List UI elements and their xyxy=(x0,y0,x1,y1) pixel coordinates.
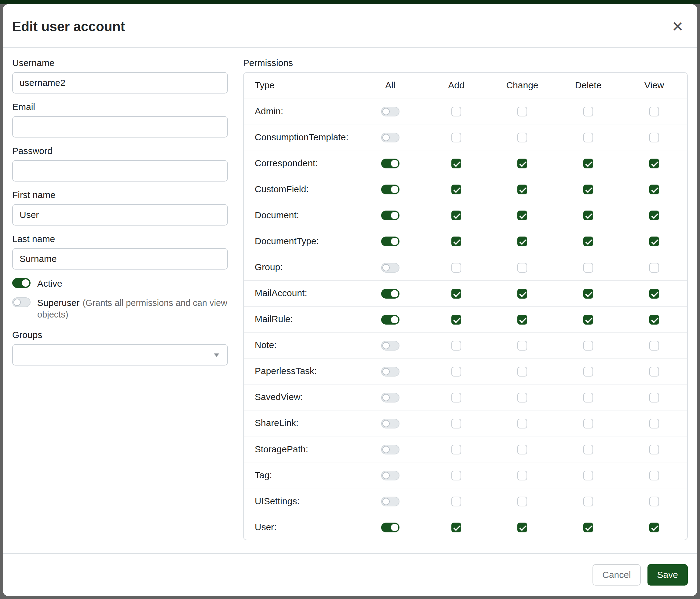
perm-checkbox-view[interactable] xyxy=(649,107,659,116)
perm-checkbox-view[interactable] xyxy=(649,211,659,220)
perm-checkbox-view[interactable] xyxy=(649,159,659,168)
perm-checkbox-delete[interactable] xyxy=(583,133,593,142)
perm-checkbox-view[interactable] xyxy=(649,263,659,272)
save-button[interactable]: Save xyxy=(648,564,688,585)
first-name-field[interactable] xyxy=(12,204,228,225)
perm-checkbox-view[interactable] xyxy=(649,367,659,377)
perm-checkbox-change[interactable] xyxy=(517,211,527,220)
perm-checkbox-change[interactable] xyxy=(517,263,527,272)
perm-checkbox-add[interactable] xyxy=(451,289,461,298)
perm-checkbox-view[interactable] xyxy=(649,289,659,298)
permission-type-label: Group: xyxy=(244,254,357,280)
perm-toggle-all[interactable] xyxy=(381,445,399,454)
perm-toggle-all[interactable] xyxy=(381,523,399,532)
perm-checkbox-add[interactable] xyxy=(451,445,461,454)
perm-checkbox-delete[interactable] xyxy=(583,419,593,429)
perm-checkbox-add[interactable] xyxy=(451,315,461,325)
perm-checkbox-delete[interactable] xyxy=(583,263,593,272)
perm-checkbox-view[interactable] xyxy=(649,237,659,246)
perm-toggle-all[interactable] xyxy=(381,315,399,325)
perm-checkbox-add[interactable] xyxy=(451,341,461,351)
perm-checkbox-delete[interactable] xyxy=(583,315,593,325)
perm-checkbox-delete[interactable] xyxy=(583,497,593,506)
perm-checkbox-view[interactable] xyxy=(649,497,659,506)
username-input[interactable] xyxy=(12,72,228,94)
perm-checkbox-change[interactable] xyxy=(517,237,527,246)
perm-checkbox-change[interactable] xyxy=(517,523,527,532)
perm-checkbox-change[interactable] xyxy=(517,445,527,454)
perm-checkbox-view[interactable] xyxy=(649,341,659,351)
perm-toggle-all[interactable] xyxy=(381,107,399,116)
perm-toggle-all[interactable] xyxy=(381,159,399,168)
perm-checkbox-add[interactable] xyxy=(451,393,461,403)
perm-checkbox-change[interactable] xyxy=(517,497,527,506)
perm-checkbox-delete[interactable] xyxy=(583,393,593,403)
perm-toggle-all[interactable] xyxy=(381,341,399,351)
perm-toggle-all[interactable] xyxy=(381,237,399,246)
perm-checkbox-delete[interactable] xyxy=(583,159,593,168)
perm-toggle-all[interactable] xyxy=(381,497,399,506)
perm-checkbox-view[interactable] xyxy=(649,393,659,403)
close-icon[interactable]: ✕ xyxy=(670,18,685,35)
perm-toggle-all[interactable] xyxy=(381,419,399,429)
switch-knob xyxy=(391,316,398,324)
perm-checkbox-change[interactable] xyxy=(517,107,527,116)
perm-checkbox-add[interactable] xyxy=(451,497,461,506)
email-field[interactable] xyxy=(12,116,228,138)
email-label: Email xyxy=(12,101,228,113)
perm-checkbox-change[interactable] xyxy=(517,367,527,377)
password-field[interactable] xyxy=(12,160,228,182)
perm-checkbox-delete[interactable] xyxy=(583,185,593,194)
perm-checkbox-delete[interactable] xyxy=(583,237,593,246)
perm-checkbox-delete[interactable] xyxy=(583,523,593,532)
perm-checkbox-add[interactable] xyxy=(451,133,461,142)
perm-toggle-all[interactable] xyxy=(381,185,399,194)
perm-checkbox-change[interactable] xyxy=(517,159,527,168)
perm-toggle-all[interactable] xyxy=(381,393,399,403)
perm-checkbox-add[interactable] xyxy=(451,211,461,220)
perm-checkbox-view[interactable] xyxy=(649,133,659,142)
perm-checkbox-add[interactable] xyxy=(451,419,461,429)
perm-checkbox-add[interactable] xyxy=(451,523,461,532)
perm-checkbox-add[interactable] xyxy=(451,263,461,272)
perm-checkbox-delete[interactable] xyxy=(583,471,593,480)
perm-checkbox-change[interactable] xyxy=(517,289,527,298)
perm-checkbox-delete[interactable] xyxy=(583,445,593,454)
user-form: Username Email Password First name Last xyxy=(12,57,228,553)
perm-checkbox-add[interactable] xyxy=(451,159,461,168)
perm-checkbox-delete[interactable] xyxy=(583,211,593,220)
superuser-switch[interactable] xyxy=(12,297,30,307)
perm-checkbox-change[interactable] xyxy=(517,419,527,429)
last-name-field[interactable] xyxy=(12,248,228,269)
perm-checkbox-change[interactable] xyxy=(517,393,527,403)
cancel-button[interactable]: Cancel xyxy=(593,564,641,585)
perm-checkbox-add[interactable] xyxy=(451,367,461,377)
perm-checkbox-add[interactable] xyxy=(451,237,461,246)
perm-checkbox-change[interactable] xyxy=(517,315,527,325)
perm-toggle-all[interactable] xyxy=(381,471,399,480)
perm-checkbox-view[interactable] xyxy=(649,445,659,454)
perm-checkbox-change[interactable] xyxy=(517,341,527,351)
perm-checkbox-add[interactable] xyxy=(451,185,461,194)
perm-checkbox-view[interactable] xyxy=(649,523,659,532)
perm-checkbox-delete[interactable] xyxy=(583,107,593,116)
perm-checkbox-delete[interactable] xyxy=(583,367,593,377)
perm-checkbox-add[interactable] xyxy=(451,471,461,480)
perm-toggle-all[interactable] xyxy=(381,263,399,272)
perm-checkbox-view[interactable] xyxy=(649,419,659,429)
perm-checkbox-view[interactable] xyxy=(649,185,659,194)
perm-toggle-all[interactable] xyxy=(381,133,399,142)
perm-toggle-all[interactable] xyxy=(381,367,399,377)
perm-checkbox-view[interactable] xyxy=(649,315,659,325)
active-switch[interactable] xyxy=(12,278,30,288)
perm-checkbox-delete[interactable] xyxy=(583,341,593,351)
perm-checkbox-change[interactable] xyxy=(517,185,527,194)
groups-select[interactable] xyxy=(12,344,228,365)
perm-toggle-all[interactable] xyxy=(381,211,399,220)
perm-checkbox-change[interactable] xyxy=(517,471,527,480)
perm-checkbox-delete[interactable] xyxy=(583,289,593,298)
perm-checkbox-add[interactable] xyxy=(451,107,461,116)
perm-checkbox-view[interactable] xyxy=(649,471,659,480)
perm-checkbox-change[interactable] xyxy=(517,133,527,142)
perm-toggle-all[interactable] xyxy=(381,289,399,298)
